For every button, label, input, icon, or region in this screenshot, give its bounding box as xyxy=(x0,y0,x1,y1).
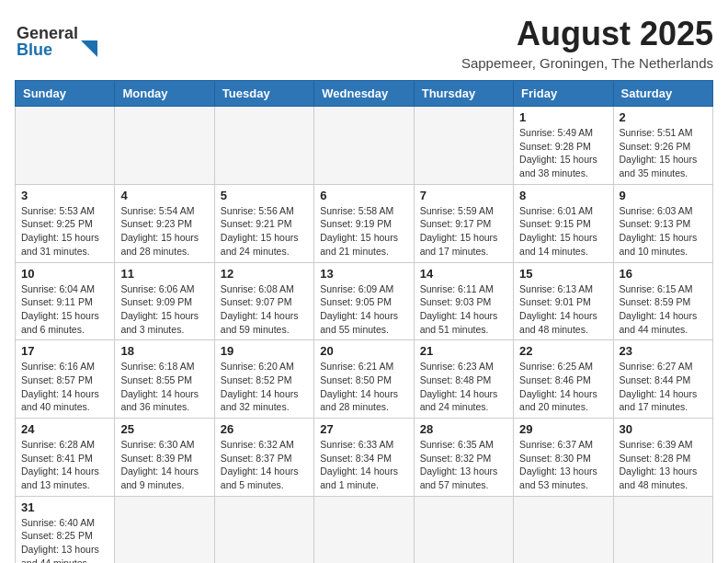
day-info: Sunrise: 6:09 AMSunset: 9:05 PMDaylight:… xyxy=(320,282,407,337)
calendar-cell: 1Sunrise: 5:49 AMSunset: 9:28 PMDaylight… xyxy=(514,107,613,185)
day-number: 21 xyxy=(420,344,507,358)
weekday-header-saturday: Saturday xyxy=(613,81,712,107)
calendar-cell xyxy=(314,496,414,563)
day-number: 22 xyxy=(519,344,607,358)
day-info: Sunrise: 5:53 AMSunset: 9:25 PMDaylight:… xyxy=(21,204,108,259)
day-number: 18 xyxy=(120,344,208,358)
day-info: Sunrise: 6:06 AMSunset: 9:09 PMDaylight:… xyxy=(120,282,208,337)
day-info: Sunrise: 6:20 AMSunset: 8:52 PMDaylight:… xyxy=(221,360,308,414)
day-number: 16 xyxy=(620,267,707,281)
day-number: 3 xyxy=(21,189,108,202)
day-info: Sunrise: 5:58 AMSunset: 9:19 PMDaylight:… xyxy=(320,204,407,259)
day-number: 13 xyxy=(320,267,407,281)
day-info: Sunrise: 6:13 AMSunset: 9:01 PMDaylight:… xyxy=(519,282,607,337)
calendar-cell: 28Sunrise: 6:35 AMSunset: 8:32 PMDayligh… xyxy=(414,419,513,497)
day-info: Sunrise: 6:35 AMSunset: 8:32 PMDaylight:… xyxy=(420,438,507,492)
day-number: 27 xyxy=(320,422,407,436)
week-row-5: 24Sunrise: 6:28 AMSunset: 8:41 PMDayligh… xyxy=(16,419,713,497)
day-info: Sunrise: 6:04 AMSunset: 9:11 PMDaylight:… xyxy=(21,282,108,337)
weekday-header-sunday: Sunday xyxy=(16,81,115,107)
week-row-1: 1Sunrise: 5:49 AMSunset: 9:28 PMDaylight… xyxy=(16,107,713,185)
day-info: Sunrise: 6:03 AMSunset: 9:13 PMDaylight:… xyxy=(620,204,707,259)
calendar-cell: 31Sunrise: 6:40 AMSunset: 8:25 PMDayligh… xyxy=(16,496,115,563)
calendar-cell: 15Sunrise: 6:13 AMSunset: 9:01 PMDayligh… xyxy=(514,262,613,340)
weekday-header-row: SundayMondayTuesdayWednesdayThursdayFrid… xyxy=(16,81,713,107)
day-number: 2 xyxy=(620,110,707,124)
day-number: 1 xyxy=(519,110,607,124)
day-info: Sunrise: 6:18 AMSunset: 8:55 PMDaylight:… xyxy=(120,360,208,414)
calendar-cell: 21Sunrise: 6:23 AMSunset: 8:48 PMDayligh… xyxy=(414,340,513,419)
calendar-cell: 29Sunrise: 6:37 AMSunset: 8:30 PMDayligh… xyxy=(514,419,613,497)
weekday-header-thursday: Thursday xyxy=(414,81,513,107)
calendar-cell: 10Sunrise: 6:04 AMSunset: 9:11 PMDayligh… xyxy=(16,262,115,340)
day-info: Sunrise: 6:25 AMSunset: 8:46 PMDaylight:… xyxy=(519,360,607,414)
calendar-cell xyxy=(214,107,313,185)
calendar-cell: 23Sunrise: 6:27 AMSunset: 8:44 PMDayligh… xyxy=(613,340,712,419)
subtitle: Sappemeer, Groningen, The Netherlands xyxy=(461,55,713,71)
day-number: 31 xyxy=(21,500,108,514)
week-row-3: 10Sunrise: 6:04 AMSunset: 9:11 PMDayligh… xyxy=(16,262,713,340)
day-number: 4 xyxy=(120,189,208,202)
weekday-header-tuesday: Tuesday xyxy=(214,81,313,107)
calendar: SundayMondayTuesdayWednesdayThursdayFrid… xyxy=(15,80,713,563)
day-info: Sunrise: 6:21 AMSunset: 8:50 PMDaylight:… xyxy=(320,360,407,414)
calendar-cell: 9Sunrise: 6:03 AMSunset: 9:13 PMDaylight… xyxy=(613,184,712,262)
logo-svg: General Blue xyxy=(15,15,116,61)
weekday-header-friday: Friday xyxy=(514,81,613,107)
calendar-cell xyxy=(115,496,214,563)
day-info: Sunrise: 5:59 AMSunset: 9:17 PMDaylight:… xyxy=(420,204,507,259)
calendar-cell: 25Sunrise: 6:30 AMSunset: 8:39 PMDayligh… xyxy=(115,419,214,497)
day-number: 8 xyxy=(519,189,607,202)
month-title: August 2025 xyxy=(461,15,713,53)
day-number: 12 xyxy=(221,267,308,281)
day-info: Sunrise: 6:32 AMSunset: 8:37 PMDaylight:… xyxy=(221,438,308,492)
calendar-cell: 7Sunrise: 5:59 AMSunset: 9:17 PMDaylight… xyxy=(414,184,513,262)
calendar-cell: 16Sunrise: 6:15 AMSunset: 8:59 PMDayligh… xyxy=(613,262,712,340)
calendar-cell: 27Sunrise: 6:33 AMSunset: 8:34 PMDayligh… xyxy=(314,419,414,497)
calendar-cell xyxy=(214,496,313,563)
day-number: 25 xyxy=(120,422,208,436)
day-number: 10 xyxy=(21,267,108,281)
calendar-cell xyxy=(414,107,513,185)
day-number: 26 xyxy=(221,422,308,436)
week-row-4: 17Sunrise: 6:16 AMSunset: 8:57 PMDayligh… xyxy=(16,340,713,419)
day-number: 6 xyxy=(320,189,407,202)
calendar-cell xyxy=(414,496,513,563)
week-row-6: 31Sunrise: 6:40 AMSunset: 8:25 PMDayligh… xyxy=(16,496,713,563)
day-number: 20 xyxy=(320,344,407,358)
day-number: 19 xyxy=(221,344,308,358)
calendar-cell: 17Sunrise: 6:16 AMSunset: 8:57 PMDayligh… xyxy=(16,340,115,419)
calendar-cell: 5Sunrise: 5:56 AMSunset: 9:21 PMDaylight… xyxy=(214,184,313,262)
day-number: 23 xyxy=(620,344,707,358)
calendar-cell: 6Sunrise: 5:58 AMSunset: 9:19 PMDaylight… xyxy=(314,184,414,262)
calendar-cell: 3Sunrise: 5:53 AMSunset: 9:25 PMDaylight… xyxy=(16,184,115,262)
day-number: 29 xyxy=(519,422,607,436)
day-number: 7 xyxy=(420,189,507,202)
calendar-cell: 4Sunrise: 5:54 AMSunset: 9:23 PMDaylight… xyxy=(115,184,214,262)
day-info: Sunrise: 6:33 AMSunset: 8:34 PMDaylight:… xyxy=(320,438,407,492)
calendar-cell: 22Sunrise: 6:25 AMSunset: 8:46 PMDayligh… xyxy=(514,340,613,419)
day-info: Sunrise: 6:16 AMSunset: 8:57 PMDaylight:… xyxy=(21,360,108,414)
svg-marker-2 xyxy=(81,40,97,57)
day-info: Sunrise: 6:23 AMSunset: 8:48 PMDaylight:… xyxy=(420,360,507,414)
calendar-cell: 24Sunrise: 6:28 AMSunset: 8:41 PMDayligh… xyxy=(16,419,115,497)
calendar-cell: 26Sunrise: 6:32 AMSunset: 8:37 PMDayligh… xyxy=(214,419,313,497)
day-info: Sunrise: 6:08 AMSunset: 9:07 PMDaylight:… xyxy=(221,282,308,337)
day-info: Sunrise: 6:40 AMSunset: 8:25 PMDaylight:… xyxy=(21,516,108,563)
calendar-cell xyxy=(16,107,115,185)
svg-text:Blue: Blue xyxy=(17,40,52,59)
weekday-header-wednesday: Wednesday xyxy=(314,81,414,107)
day-number: 15 xyxy=(519,267,607,281)
calendar-cell xyxy=(613,496,712,563)
day-number: 24 xyxy=(21,422,108,436)
week-row-2: 3Sunrise: 5:53 AMSunset: 9:25 PMDaylight… xyxy=(16,184,713,262)
calendar-cell: 8Sunrise: 6:01 AMSunset: 9:15 PMDaylight… xyxy=(514,184,613,262)
calendar-cell xyxy=(115,107,214,185)
day-number: 5 xyxy=(221,189,308,202)
svg-text:General: General xyxy=(17,24,78,42)
day-info: Sunrise: 6:30 AMSunset: 8:39 PMDaylight:… xyxy=(120,438,208,492)
logo: General Blue xyxy=(15,15,116,61)
day-info: Sunrise: 6:11 AMSunset: 9:03 PMDaylight:… xyxy=(420,282,507,337)
weekday-header-monday: Monday xyxy=(115,81,214,107)
day-number: 28 xyxy=(420,422,507,436)
